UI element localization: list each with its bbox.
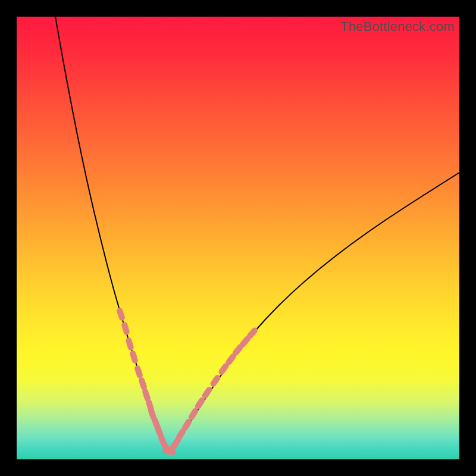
curve-marker-dot: [156, 428, 162, 434]
curve-marker-dot: [136, 369, 142, 375]
curve-marker-dot: [140, 381, 146, 387]
curve-marker-dot: [173, 440, 179, 446]
chart-svg: [17, 17, 459, 459]
curve-marker-dot: [149, 411, 155, 417]
left-curve: [55, 17, 169, 452]
curve-marker-dot: [143, 392, 149, 398]
curve-marker-dot: [228, 356, 234, 362]
curve-marker-dot: [131, 354, 137, 360]
curve-marker-dot: [221, 366, 227, 372]
curve-marker-dot: [197, 400, 203, 406]
curve-marker-dot: [242, 339, 248, 345]
curve-marker-dot: [178, 431, 184, 437]
curve-marker-dot: [123, 325, 129, 331]
curve-marker-dot: [127, 341, 133, 347]
curve-marker-dot: [212, 378, 218, 384]
curve-marker-dot: [235, 347, 241, 353]
curve-marker-dot: [118, 311, 124, 317]
curve-marker-dot: [249, 330, 255, 336]
curve-marker-dot: [147, 403, 153, 409]
curve-marker-dot: [190, 411, 196, 417]
marker-layer: [118, 311, 255, 455]
plot-area: TheBottleneck.com: [17, 17, 459, 459]
curve-marker-dot: [184, 422, 190, 428]
curve-marker-dot: [204, 390, 210, 396]
right-curve: [169, 173, 459, 452]
